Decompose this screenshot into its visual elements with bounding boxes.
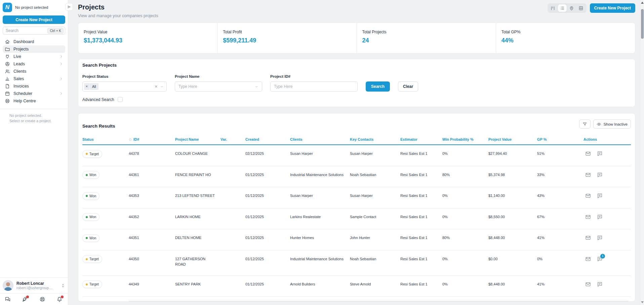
cell-status: Target (82, 151, 129, 158)
cell-estimator: Resi Sales Est 1 (400, 256, 442, 267)
sidebar-item-dashboard[interactable]: Dashboard (3, 38, 65, 45)
comment-action-icon[interactable] (597, 193, 603, 199)
cell-key-contacts: Steve Arnold (350, 281, 400, 289)
email-action-icon[interactable] (585, 193, 591, 199)
vertical-scrollbar[interactable] (640, 0, 644, 305)
sidebar-item-live[interactable]: Live (3, 53, 65, 60)
table-row[interactable]: Won 44353 213 LEFTEND STREET 01/12/2025 … (82, 187, 631, 208)
sidebar-footer: Robert Loncar robert.l@ushergroup.... (0, 277, 68, 305)
chat-icon[interactable] (5, 296, 11, 302)
project-status-multiselect[interactable]: ✕ All ✕ (82, 81, 167, 92)
view-list-icon[interactable] (558, 4, 567, 12)
cell-key-contacts: Susan Harper (350, 151, 400, 158)
status-label: Won (89, 194, 96, 199)
clear-select-icon[interactable]: ✕ (155, 84, 158, 89)
status-badge: Won (82, 234, 99, 242)
email-action-icon[interactable] (585, 281, 591, 287)
project-id-inputbox[interactable] (270, 81, 358, 92)
table-row[interactable]: Won 44352 LARKIN HOME 01/12/2025 Larkins… (82, 208, 631, 230)
sidebar-item-invoices[interactable]: Invoices (3, 82, 65, 90)
email-action-icon[interactable] (585, 256, 591, 262)
view-map-pin-icon[interactable] (567, 4, 576, 12)
email-action-icon[interactable] (585, 214, 591, 220)
status-label: Target (89, 151, 99, 157)
email-action-icon[interactable] (585, 151, 591, 157)
email-action-icon[interactable] (585, 172, 591, 178)
create-new-project-button[interactable]: Create New Project (590, 3, 635, 13)
chip-remove-icon[interactable]: ✕ (84, 83, 90, 90)
chevron-updown-icon[interactable] (61, 283, 65, 288)
col-key-contacts[interactable]: Key Contacts (350, 137, 400, 141)
chevron-down-icon[interactable] (255, 85, 258, 89)
status-chip: ✕ All (84, 83, 98, 90)
col-project-name[interactable]: Project Name (175, 137, 220, 141)
col-win-probability[interactable]: Win Probability % (442, 137, 488, 141)
home-icon (5, 39, 10, 44)
scroll-down-arrow[interactable] (641, 301, 644, 303)
sidebar-item-projects[interactable]: Projects (3, 45, 65, 53)
menu-item-label: Live (13, 54, 56, 59)
comment-action-icon[interactable] (597, 151, 603, 157)
cell-status: Won (82, 172, 129, 179)
sidebar-item-clients[interactable]: Clients (3, 68, 65, 75)
clear-button[interactable]: Clear (398, 81, 418, 92)
menu-item-label: Scheduler (13, 91, 56, 96)
table-row[interactable]: Won 44351 DELTEN HOME 01/12/2025 Hunter … (82, 229, 631, 250)
scroll-up-arrow[interactable] (641, 2, 644, 4)
menu-item-label: Projects (13, 47, 56, 52)
advanced-search-checkbox[interactable] (118, 97, 123, 102)
collapse-sidebar-button[interactable] (65, 3, 73, 11)
email-action-icon[interactable] (585, 235, 591, 241)
table-row[interactable]: Target 44350 127 GATHERSON ROAD 01/12/20… (82, 250, 631, 276)
cell-status: Target (82, 281, 129, 289)
table-row[interactable]: Target 44349 SENTRY PARK 01/12/2025 Arno… (82, 276, 631, 297)
cell-actions (583, 193, 631, 200)
col-clients[interactable]: Clients (290, 137, 350, 141)
chevron-down-icon[interactable] (160, 85, 164, 89)
show-inactive-button[interactable]: Show Inactive (593, 120, 631, 129)
col-project-value[interactable]: Project Value (488, 137, 537, 141)
comment-action-icon[interactable] (597, 235, 603, 241)
sidebar-item-leads[interactable]: Leads (3, 60, 65, 68)
sidebar-item-help-centre[interactable]: Help Centre (3, 97, 65, 105)
lifebuoy-icon[interactable] (39, 296, 45, 302)
comment-action-icon[interactable]: 1 (597, 256, 603, 262)
cell-actions (583, 151, 631, 158)
horizontal-scrollbar[interactable] (129, 301, 629, 301)
scrollbar-thumb[interactable] (641, 9, 644, 39)
col-var[interactable]: Var. (220, 137, 245, 141)
search-button[interactable]: Search (366, 81, 390, 92)
filter-button[interactable] (579, 120, 591, 129)
project-name-select[interactable] (175, 81, 262, 92)
cell-clients: Industrial Maintenance Solutions (290, 256, 350, 267)
cell-gp: 33% (537, 172, 583, 179)
cell-win-probability: 80% (442, 172, 488, 179)
status-badge: Target (82, 150, 102, 158)
table-row[interactable]: Target 44378 COLOUR CHANGE 02/12/2025 Su… (82, 145, 631, 166)
col-status[interactable]: Status (82, 137, 129, 141)
user-menu[interactable]: Robert Loncar robert.l@ushergroup.... (0, 277, 68, 293)
cell-created: 01/12/2025 (245, 214, 290, 221)
view-grid-icon[interactable] (577, 4, 586, 12)
sidebar-item-scheduler[interactable]: Scheduler (3, 90, 65, 97)
comment-action-icon[interactable] (597, 214, 603, 220)
project-id-input[interactable] (274, 84, 354, 89)
project-name-input[interactable] (178, 84, 255, 89)
sidebar-item-sales[interactable]: Sales (3, 75, 65, 82)
comment-action-icon[interactable] (597, 281, 603, 287)
app-logo[interactable]: N (3, 3, 12, 12)
sidebar-search[interactable]: Ctrl + K (3, 27, 65, 35)
bell-icon[interactable] (56, 296, 63, 302)
comment-action-icon[interactable] (597, 172, 603, 178)
create-new-project-button-sidebar[interactable]: Create New Project (3, 15, 65, 24)
cell-estimator: Resi Sales Est 1 (400, 193, 442, 200)
table-row[interactable]: Won 44361 FENCE REPAINT HO 01/12/2025 In… (82, 166, 631, 188)
col-created[interactable]: Created (245, 137, 290, 141)
view-kanban-icon[interactable] (549, 4, 557, 12)
rocket-icon[interactable] (22, 296, 28, 302)
search-input[interactable] (6, 28, 36, 33)
col-estimator[interactable]: Estimator (400, 137, 442, 141)
col-id[interactable]: ID# (129, 137, 175, 141)
col-gp[interactable]: GP % (537, 137, 583, 141)
alert-dot (26, 296, 29, 298)
